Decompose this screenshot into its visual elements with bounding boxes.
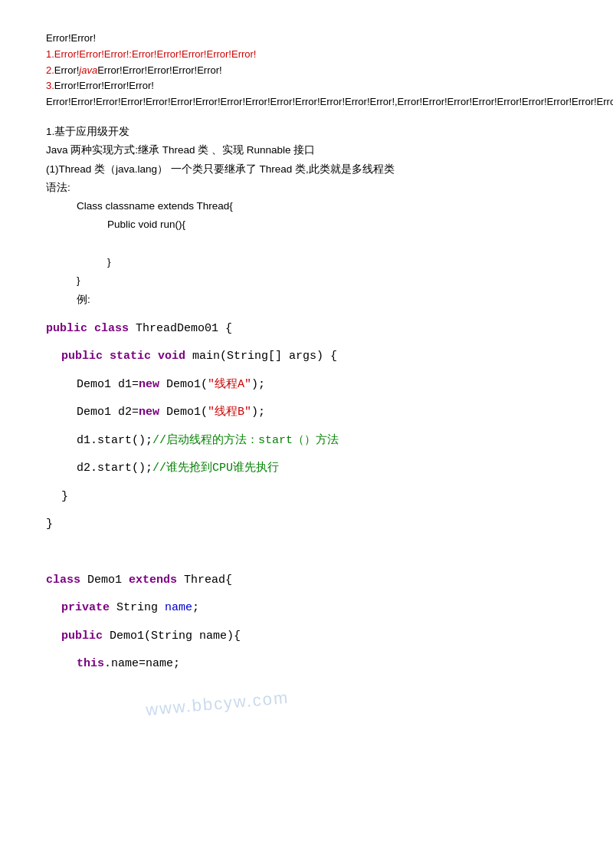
text-section: 1.基于应用级开发 Java 两种实现方式:继承 Thread 类 、实现 Ru… <box>46 123 567 309</box>
code-block-2: class Demo1 extends Thread{ private Stri… <box>46 570 567 676</box>
spacer1 <box>46 542 567 564</box>
watermark: www.bbcyw.com <box>145 688 290 720</box>
text-indent5: } <box>46 271 567 290</box>
text-line1: Java 两种实现方式:继承 Thread 类 、实现 Runnable 接口 <box>46 141 567 159</box>
code-line-demo2: Demo1 d2=new Demo1("线程B"); <box>46 402 567 424</box>
code-line-start1: d1.start();//启动线程的方法：start（）方法 <box>46 430 567 452</box>
text-indent6: 例: <box>46 291 567 309</box>
text-indent2: Public void run(){ <box>46 215 567 234</box>
code-line-class2: class Demo1 extends Thread{ <box>46 570 567 592</box>
error-line-2: 1.Error!Error!Error!:Error!Error!Error!E… <box>46 47 567 63</box>
code-line-start2: d2.start();//谁先抢到CPU谁先执行 <box>46 458 567 480</box>
text-indent3 <box>46 235 567 253</box>
code-line-close2: } <box>46 514 567 536</box>
error-line-1: Error!Error! <box>46 31 567 47</box>
error-section: Error!Error! 1.Error!Error!Error!:Error!… <box>46 31 567 110</box>
code-line-main: public static void main(String[] args) { <box>46 346 567 368</box>
code-line-close1: } <box>46 486 567 508</box>
code-line-demo1: Demo1 d1=new Demo1("线程A"); <box>46 374 567 396</box>
error-line-3: 2.Error!javaError!Error!Error!Error!Erro… <box>46 63 567 79</box>
text-indent1: Class classname extends Thread{ <box>46 197 567 215</box>
text-line3: 语法: <box>46 179 567 197</box>
error-line-4: 3.Error!Error!Error!Error! <box>46 78 567 94</box>
text-title: 1.基于应用级开发 <box>46 123 567 141</box>
code-block-1: www.bbcyw.com public class ThreadDemo01 … <box>46 318 567 536</box>
text-indent4: } <box>46 253 567 271</box>
code-line-this: this.name=name; <box>46 653 567 676</box>
text-line2: (1)Thread 类（java.lang） 一个类只要继承了 Thread 类… <box>46 160 567 179</box>
code-line-constructor: public Demo1(String name){ <box>46 626 567 648</box>
code-line-field: private String name; <box>46 597 567 620</box>
error-line-5: Error!Error!Error!Error!Error!Error!Erro… <box>46 94 567 110</box>
code-line-class: public class ThreadDemo01 { <box>46 318 567 340</box>
